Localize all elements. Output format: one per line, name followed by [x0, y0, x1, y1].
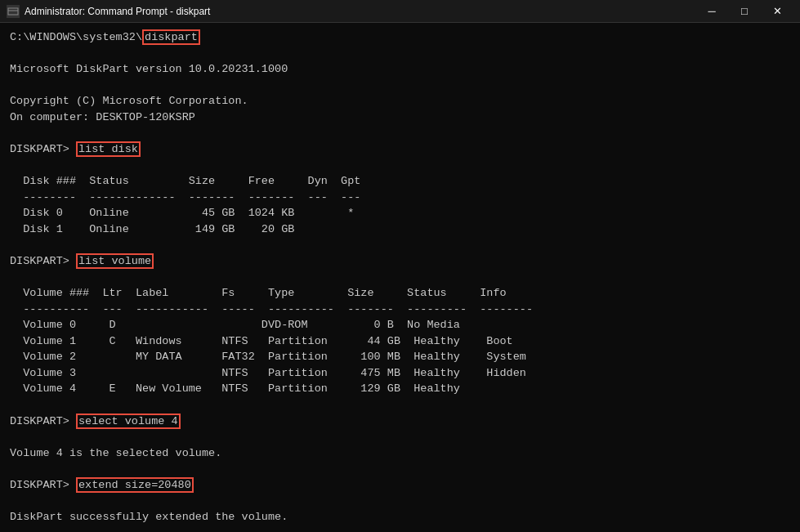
- blank-3: [10, 125, 790, 141]
- line-computer: On computer: DESKTOP-120KSRP: [10, 110, 790, 126]
- title-bar: Administrator: Command Prompt - diskpart…: [0, 0, 800, 23]
- prompt-4: DISKPART>: [10, 479, 76, 491]
- line-vol1: Volume 1 C Windows NTFS Partition 44 GB …: [10, 333, 790, 350]
- line-disk1: Disk 1 Online 149 GB 20 GB: [10, 221, 790, 238]
- line-vol3: Volume 3 NTFS Partition 475 MB Healthy H…: [10, 365, 790, 382]
- blank-5: [10, 237, 790, 253]
- blank-7: [10, 397, 790, 414]
- line-vol-sep: ---------- --- ----------- ----- -------…: [10, 302, 790, 318]
- line-vol4: Volume 4 E New Volume NTFS Partition 129…: [10, 381, 790, 397]
- line-vol0: Volume 0 D DVD-ROM 0 B No Media: [10, 317, 790, 333]
- cmd-extend: extend size=20480: [76, 477, 194, 493]
- blank-8: [10, 429, 790, 445]
- line-vol-header: Volume ### Ltr Label Fs Type Size Status…: [10, 285, 790, 302]
- prompt-2: DISKPART>: [10, 255, 76, 267]
- cmd-list-volume: list volume: [76, 253, 154, 269]
- close-button[interactable]: ✕: [761, 0, 793, 23]
- line-extend: DISKPART> extend size=20480: [10, 477, 790, 494]
- line-disk-sep: -------- ------------- ------- ------- -…: [10, 190, 790, 206]
- blank-10: [10, 493, 790, 509]
- path-text: C:\WINDOWS\system32\: [10, 31, 142, 43]
- maximize-button[interactable]: □: [728, 0, 761, 23]
- cmd-diskpart: diskpart: [142, 29, 200, 45]
- blank-2: [10, 78, 790, 94]
- window-icon: [7, 5, 20, 18]
- line-listdisk: DISKPART> list disk: [10, 141, 790, 158]
- blank-6: [10, 269, 790, 285]
- blank-4: [10, 158, 790, 174]
- blank-1: [10, 46, 790, 62]
- line-vol2: Volume 2 MY DATA FAT32 Partition 100 MB …: [10, 349, 790, 365]
- line-selected: Volume 4 is the selected volume.: [10, 445, 790, 462]
- svg-rect-0: [8, 8, 18, 15]
- line-1: C:\WINDOWS\system32\diskpart: [10, 29, 790, 46]
- blank-11: [10, 525, 790, 532]
- prompt-1: DISKPART>: [10, 143, 76, 155]
- blank-9: [10, 461, 790, 477]
- prompt-3: DISKPART>: [10, 415, 76, 427]
- line-version: Microsoft DiskPart version 10.0.20231.10…: [10, 61, 790, 78]
- line-copyright: Copyright (C) Microsoft Corporation.: [10, 93, 790, 110]
- minimize-button[interactable]: ─: [695, 0, 728, 23]
- line-disk-header: Disk ### Status Size Free Dyn Gpt: [10, 173, 790, 190]
- cmd-window: Administrator: Command Prompt - diskpart…: [0, 0, 800, 532]
- cmd-select-volume: select volume 4: [76, 414, 181, 429]
- window-title: Administrator: Command Prompt - diskpart: [25, 6, 695, 17]
- line-success: DiskPart successfully extended the volum…: [10, 509, 790, 525]
- line-selectvol: DISKPART> select volume 4: [10, 414, 790, 430]
- window-controls: ─ □ ✕: [695, 0, 793, 23]
- line-disk0: Disk 0 Online 45 GB 1024 KB *: [10, 205, 790, 221]
- cmd-list-disk: list disk: [76, 141, 141, 157]
- console-area[interactable]: C:\WINDOWS\system32\diskpart Microsoft D…: [0, 23, 800, 532]
- line-listvolume: DISKPART> list volume: [10, 253, 790, 270]
